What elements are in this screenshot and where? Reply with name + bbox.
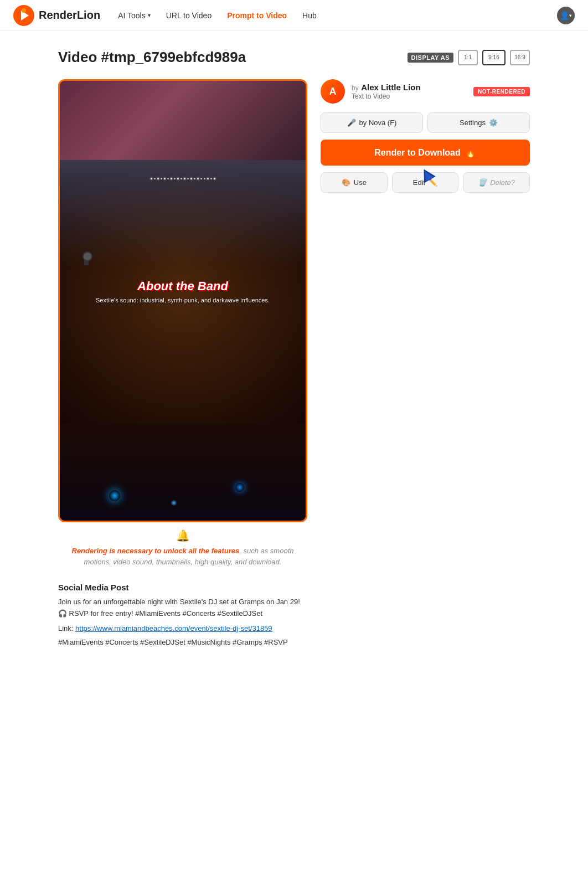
social-post-tags: #MiamiEvents #Concerts #SextileDJSet #Mu… bbox=[58, 637, 307, 649]
dot bbox=[180, 178, 182, 179]
microphone-icon bbox=[84, 254, 89, 265]
not-rendered-badge: NOT-RENDERED bbox=[473, 87, 530, 96]
render-notice: 🔔 Rendering is necessary to unlock all t… bbox=[58, 522, 307, 574]
creator-row: A by Alex Little Lion Text to Video NOT-… bbox=[321, 79, 530, 104]
creator-name: Alex Little Lion bbox=[361, 83, 421, 92]
dot bbox=[167, 178, 169, 179]
bell-icon: 🔔 bbox=[63, 529, 303, 542]
dot bbox=[187, 178, 189, 179]
light-glow-3 bbox=[171, 500, 177, 506]
dot bbox=[184, 178, 185, 179]
settings-label: Settings bbox=[460, 119, 486, 127]
video-inner: About the Band Sextile's sound: industri… bbox=[60, 81, 306, 521]
delete-label: Delete? bbox=[490, 178, 515, 187]
nav-url-to-video[interactable]: URL to Video bbox=[166, 11, 212, 20]
video-bottom bbox=[60, 424, 306, 521]
dot bbox=[177, 178, 179, 179]
use-label: Use bbox=[354, 178, 367, 187]
page-content: Video #tmp_6799ebfcd989a DISPLAY AS 1:1 … bbox=[45, 31, 543, 666]
ratio-9-16-button[interactable]: 9:16 bbox=[482, 50, 506, 65]
social-media-post: Social Media Post Join us for an unforge… bbox=[58, 574, 307, 648]
render-notice-text: Rendering is necessary to unlock all the… bbox=[63, 546, 303, 567]
user-avatar[interactable]: 👤 ▾ bbox=[557, 7, 575, 24]
main-layout: About the Band Sextile's sound: industri… bbox=[58, 79, 530, 648]
display-as-controls: DISPLAY AS 1:1 9:16 16:9 bbox=[408, 50, 530, 65]
stage-dots bbox=[60, 173, 306, 184]
voice-label: by Nova (F) bbox=[359, 119, 397, 127]
brand-logo-icon bbox=[13, 5, 34, 26]
social-post-title: Social Media Post bbox=[58, 583, 307, 592]
nav-links: AI Tools ▾ URL to Video Prompt to Video … bbox=[118, 11, 557, 20]
svg-point-2 bbox=[22, 8, 26, 13]
avatar-icon: 👤 bbox=[560, 11, 569, 20]
ratio-1-1-button[interactable]: 1:1 bbox=[458, 50, 478, 65]
creator-by-name: by Alex Little Lion bbox=[352, 83, 467, 92]
right-panel: A by Alex Little Lion Text to Video NOT-… bbox=[321, 79, 530, 193]
dot bbox=[161, 178, 162, 179]
render-to-download-button[interactable]: Render to Download 🔥 bbox=[321, 140, 530, 166]
voice-settings-row: 🎤 by Nova (F) Settings ⚙️ bbox=[321, 112, 530, 133]
trash-icon: 🗑️ bbox=[478, 178, 487, 187]
dot bbox=[154, 178, 156, 179]
dot bbox=[164, 178, 166, 179]
avatar-dropdown-icon: ▾ bbox=[569, 13, 572, 18]
dot bbox=[194, 178, 195, 179]
page-title: Video #tmp_6799ebfcd989a bbox=[58, 49, 408, 66]
light-glow-1 bbox=[109, 490, 120, 501]
render-notice-bold: Rendering is necessary to unlock all the… bbox=[72, 547, 240, 555]
dot bbox=[207, 178, 209, 179]
dot bbox=[151, 178, 152, 179]
video-text-overlay: About the Band Sextile's sound: industri… bbox=[85, 272, 281, 311]
social-link-url[interactable]: https://www.miamiandbeaches.com/event/se… bbox=[75, 624, 272, 632]
gear-icon: ⚙️ bbox=[489, 119, 498, 127]
light-glow-2 bbox=[235, 483, 244, 492]
dot bbox=[197, 178, 199, 179]
navbar: RenderLion AI Tools ▾ URL to Video Promp… bbox=[0, 0, 588, 31]
ratio-16-9-button[interactable]: 16:9 bbox=[510, 50, 530, 65]
avatar-initial: A bbox=[329, 86, 337, 97]
render-label: Render to Download bbox=[374, 148, 461, 158]
social-post-link: Link: https://www.miamiandbeaches.com/ev… bbox=[58, 624, 307, 632]
microphone-icon: 🎤 bbox=[347, 119, 356, 127]
delete-button[interactable]: 🗑️ Delete? bbox=[463, 172, 530, 193]
dot bbox=[204, 178, 205, 179]
social-post-body: Join us for an unforgettable night with … bbox=[58, 596, 307, 620]
video-middle: About the Band Sextile's sound: industri… bbox=[60, 160, 306, 424]
dot bbox=[214, 178, 215, 179]
dot bbox=[210, 178, 212, 179]
dot bbox=[200, 178, 202, 179]
video-header: Video #tmp_6799ebfcd989a DISPLAY AS 1:1 … bbox=[58, 49, 530, 66]
nav-ai-tools[interactable]: AI Tools ▾ bbox=[118, 11, 151, 20]
dot bbox=[174, 178, 176, 179]
video-title-text: About the Band bbox=[96, 279, 270, 294]
voice-button[interactable]: 🎤 by Nova (F) bbox=[321, 112, 423, 133]
video-top-strip bbox=[60, 81, 306, 160]
creator-info: by Alex Little Lion Text to Video bbox=[352, 83, 467, 100]
chevron-down-icon: ▾ bbox=[148, 12, 151, 18]
video-preview-panel: About the Band Sextile's sound: industri… bbox=[58, 79, 307, 648]
fire-icon: 🔥 bbox=[465, 147, 476, 158]
nav-prompt-to-video[interactable]: Prompt to Video bbox=[227, 11, 287, 20]
creator-type: Text to Video bbox=[352, 92, 467, 100]
creator-avatar: A bbox=[321, 79, 345, 104]
dot bbox=[190, 178, 192, 179]
palette-icon: 🎨 bbox=[342, 178, 350, 187]
brand-name: RenderLion bbox=[39, 9, 100, 22]
dot bbox=[171, 178, 172, 179]
use-button[interactable]: 🎨 Use bbox=[321, 172, 388, 193]
nav-hub[interactable]: Hub bbox=[302, 11, 317, 20]
settings-button[interactable]: Settings ⚙️ bbox=[427, 112, 530, 133]
video-subtitle-text: Sextile's sound: industrial, synth-punk,… bbox=[96, 296, 270, 305]
brand-logo-link[interactable]: RenderLion bbox=[13, 5, 100, 26]
creator-by-label: by bbox=[352, 84, 359, 92]
link-label: Link: bbox=[58, 624, 73, 632]
video-container: About the Band Sextile's sound: industri… bbox=[58, 79, 307, 522]
render-button-area: Render to Download 🔥 bbox=[321, 140, 530, 166]
display-as-label: DISPLAY AS bbox=[408, 53, 453, 63]
dot bbox=[157, 178, 159, 179]
